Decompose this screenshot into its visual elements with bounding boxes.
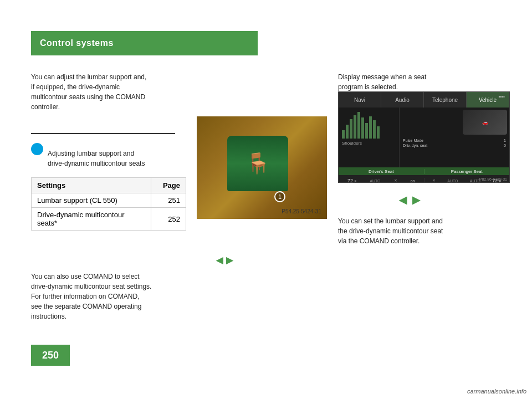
left-arrow-icon: ◀ <box>216 255 223 265</box>
screen-right-area: 🚗 Pulse Mode 1 Driv. dyn. seat 0 <box>400 108 509 167</box>
text-block-1: You can adjust the lumbar support and, i… <box>31 72 186 112</box>
screen-nav-bar: Navi Audio Telephone Vehicle <box>339 92 509 108</box>
driver-seat-label: Driver's Seat <box>339 169 424 174</box>
bar-2 <box>346 125 349 139</box>
table-header-settings: Settings <box>32 178 151 193</box>
text-block-4: Display message when a seat program is s… <box>338 72 510 92</box>
table-cell-setting: Lumbar support (CL 550) <box>32 193 151 208</box>
page-number-box: 250 <box>31 345 70 366</box>
main-photo: 🪑 1 P54.25-5424-31 <box>197 116 327 219</box>
passenger-seat-label: Passenger Seat <box>424 169 510 174</box>
signal-icon: ▪▪▪▪ <box>499 94 505 99</box>
watermark: carmanualsonline.info <box>467 388 526 395</box>
pulse-mode-row: Pulse Mode 1 <box>403 139 506 142</box>
table-cell-page: 251 <box>151 193 186 208</box>
photo-number-1: 1 <box>274 191 285 202</box>
table-cell-setting: Drive-dynamic multicontourseats* <box>32 208 151 231</box>
screen-seat-bar: Driver's Seat Passenger Seat <box>339 167 509 175</box>
screen-bars-area: Shoulders <box>339 108 400 167</box>
left-temp-section: 72 F AUTO ✕ on <box>339 178 424 183</box>
left-arrow-right-icon: ◀ <box>399 194 407 206</box>
bar-9 <box>373 120 376 139</box>
car-image: 🚗 <box>463 110 507 135</box>
on-label: on <box>411 179 415 183</box>
table-cell-page: 252 <box>151 208 186 231</box>
photo-caption: P54.25-5424-31 <box>282 208 321 214</box>
page-number: 250 <box>42 350 59 361</box>
table-row: Lumbar support (CL 550) 251 <box>32 193 186 208</box>
driv-dyn-row: Driv. dyn. seat 0 <box>403 144 506 147</box>
arrow-icons-bottom: ◀ ▶ <box>216 255 233 265</box>
x-btn-left[interactable]: ✕ <box>394 178 397 183</box>
nav-item-navi[interactable]: Navi <box>339 92 381 108</box>
bar-7 <box>365 123 368 139</box>
nav-item-audio[interactable]: Audio <box>381 92 424 108</box>
screen-content: Shoulders 🚗 Pulse Mode 1 Driv. dyn. seat… <box>339 108 509 167</box>
header-bar: Control systems <box>31 31 258 55</box>
right-arrow-icon: ▶ <box>226 255 233 265</box>
text-block-5: You can set the lumbar support and the d… <box>338 216 510 246</box>
text-block-3: You can also use COMAND to select drive-… <box>31 272 330 321</box>
table-row: Drive-dynamic multicontourseats* 252 <box>32 208 186 231</box>
table-header-page: Page <box>151 178 186 193</box>
bar-6 <box>361 117 364 139</box>
display-screen: ▪▪▪▪ Navi Audio Telephone Vehicle <box>338 91 510 183</box>
bar-10 <box>377 126 380 139</box>
bar-4 <box>354 115 356 139</box>
settings-table: Settings Page Lumbar support (CL 550) 25… <box>31 177 186 231</box>
section-divider <box>31 133 175 134</box>
right-arrow-right-icon: ▶ <box>412 194 420 206</box>
screen-reference: P82.86-6138-31 <box>479 177 507 181</box>
arrow-icons-right: ◀ ▶ <box>399 194 420 206</box>
bar-8 <box>369 116 372 139</box>
screen-bar-chart <box>342 111 396 139</box>
x-btn-right[interactable]: ✕ <box>432 178 436 183</box>
auto-btn-left[interactable]: AUTO <box>370 179 380 183</box>
bar-1 <box>342 130 345 139</box>
text-block-2: Adjusting lumbar support and drive-dynam… <box>48 149 186 168</box>
page-title: Control systems <box>40 38 114 48</box>
auto-btn-right[interactable]: AUTO <box>447 179 458 183</box>
bar-3 <box>350 119 352 139</box>
left-temp-value: 72 F <box>347 178 356 183</box>
screen-shoulders-label: Shoulders <box>342 141 396 146</box>
blue-bullet <box>31 143 43 155</box>
nav-item-telephone[interactable]: Telephone <box>424 92 467 108</box>
bar-5 <box>357 112 360 139</box>
